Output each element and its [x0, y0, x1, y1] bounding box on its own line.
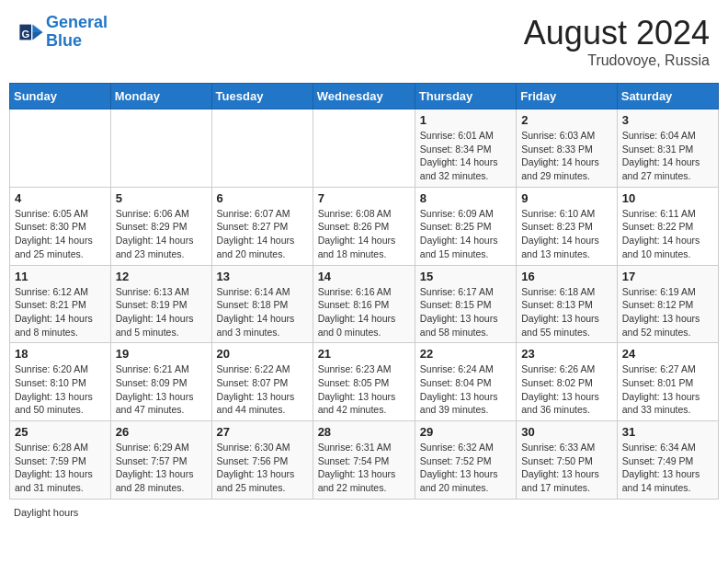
day-cell: 27Sunrise: 6:30 AMSunset: 7:56 PMDayligh…	[211, 421, 313, 500]
calendar-header-row: SundayMondayTuesdayWednesdayThursdayFrid…	[10, 84, 719, 109]
week-row-5: 25Sunrise: 6:28 AMSunset: 7:59 PMDayligh…	[10, 421, 719, 500]
day-cell	[10, 109, 111, 188]
day-cell: 8Sunrise: 6:09 AMSunset: 8:25 PMDaylight…	[415, 187, 516, 265]
day-info: Sunrise: 6:07 AMSunset: 8:27 PMDaylight:…	[217, 207, 308, 261]
header-tuesday: Tuesday	[211, 84, 313, 109]
day-number: 4	[15, 191, 106, 205]
day-info: Sunrise: 6:17 AMSunset: 8:15 PMDaylight:…	[420, 285, 511, 339]
day-info: Sunrise: 6:30 AMSunset: 7:56 PMDaylight:…	[217, 441, 308, 495]
day-info: Sunrise: 6:32 AMSunset: 7:52 PMDaylight:…	[420, 441, 511, 495]
day-cell: 15Sunrise: 6:17 AMSunset: 8:15 PMDayligh…	[415, 265, 516, 343]
day-cell: 1Sunrise: 6:01 AMSunset: 8:34 PMDaylight…	[415, 109, 516, 188]
day-cell: 26Sunrise: 6:29 AMSunset: 7:57 PMDayligh…	[110, 421, 211, 500]
day-number: 7	[318, 191, 410, 205]
day-number: 27	[217, 425, 308, 439]
logo-text: General Blue	[46, 14, 108, 51]
daylight-label: Daylight hours	[14, 507, 78, 518]
page-header: G General Blue August 2024 Trudovoye, Ru…	[9, 9, 719, 74]
day-info: Sunrise: 6:19 AMSunset: 8:12 PMDaylight:…	[622, 285, 713, 339]
day-number: 18	[15, 347, 106, 361]
day-cell: 30Sunrise: 6:33 AMSunset: 7:50 PMDayligh…	[517, 421, 618, 500]
day-info: Sunrise: 6:14 AMSunset: 8:18 PMDaylight:…	[217, 285, 308, 339]
day-number: 23	[521, 347, 612, 361]
logo: G General Blue	[18, 14, 108, 51]
day-info: Sunrise: 6:33 AMSunset: 7:50 PMDaylight:…	[521, 441, 612, 495]
day-number: 15	[420, 270, 511, 283]
day-number: 25	[15, 425, 106, 439]
week-row-2: 4Sunrise: 6:05 AMSunset: 8:30 PMDaylight…	[10, 187, 719, 265]
day-cell: 24Sunrise: 6:27 AMSunset: 8:01 PMDayligh…	[617, 343, 718, 421]
day-info: Sunrise: 6:08 AMSunset: 8:26 PMDaylight:…	[318, 207, 410, 261]
day-number: 29	[420, 425, 511, 439]
day-info: Sunrise: 6:26 AMSunset: 8:02 PMDaylight:…	[521, 362, 612, 417]
day-number: 21	[318, 347, 410, 361]
day-cell: 29Sunrise: 6:32 AMSunset: 7:52 PMDayligh…	[415, 421, 516, 500]
day-info: Sunrise: 6:20 AMSunset: 8:10 PMDaylight:…	[15, 362, 106, 417]
day-number: 3	[622, 113, 713, 127]
day-number: 6	[217, 191, 308, 205]
day-number: 10	[622, 191, 713, 205]
day-number: 13	[217, 270, 308, 283]
header-saturday: Saturday	[617, 84, 718, 109]
header-sunday: Sunday	[10, 84, 111, 109]
day-cell: 2Sunrise: 6:03 AMSunset: 8:33 PMDaylight…	[517, 109, 618, 188]
day-info: Sunrise: 6:18 AMSunset: 8:13 PMDaylight:…	[521, 285, 612, 339]
header-thursday: Thursday	[415, 84, 516, 109]
calendar-table: SundayMondayTuesdayWednesdayThursdayFrid…	[9, 83, 719, 500]
day-cell: 16Sunrise: 6:18 AMSunset: 8:13 PMDayligh…	[517, 265, 618, 343]
day-number: 17	[622, 270, 713, 283]
footer: Daylight hours	[9, 507, 719, 518]
day-cell	[110, 109, 211, 188]
day-cell: 21Sunrise: 6:23 AMSunset: 8:05 PMDayligh…	[313, 343, 415, 421]
day-cell: 13Sunrise: 6:14 AMSunset: 8:18 PMDayligh…	[211, 265, 313, 343]
day-info: Sunrise: 6:27 AMSunset: 8:01 PMDaylight:…	[622, 362, 713, 417]
day-number: 5	[116, 191, 207, 205]
day-number: 28	[318, 425, 410, 439]
header-wednesday: Wednesday	[313, 84, 415, 109]
logo-icon: G	[18, 19, 44, 45]
day-info: Sunrise: 6:09 AMSunset: 8:25 PMDaylight:…	[420, 207, 511, 261]
day-info: Sunrise: 6:04 AMSunset: 8:31 PMDaylight:…	[622, 129, 713, 183]
day-cell: 23Sunrise: 6:26 AMSunset: 8:02 PMDayligh…	[517, 343, 618, 421]
svg-text:G: G	[22, 28, 30, 39]
day-info: Sunrise: 6:12 AMSunset: 8:21 PMDaylight:…	[15, 285, 106, 339]
day-cell: 20Sunrise: 6:22 AMSunset: 8:07 PMDayligh…	[211, 343, 313, 421]
day-cell: 11Sunrise: 6:12 AMSunset: 8:21 PMDayligh…	[10, 265, 111, 343]
title-block: August 2024 Trudovoye, Russia	[524, 14, 710, 69]
day-cell: 3Sunrise: 6:04 AMSunset: 8:31 PMDaylight…	[617, 109, 718, 188]
header-monday: Monday	[110, 84, 211, 109]
day-number: 1	[420, 113, 511, 127]
day-number: 22	[420, 347, 511, 361]
day-number: 11	[15, 270, 106, 283]
day-info: Sunrise: 6:06 AMSunset: 8:29 PMDaylight:…	[116, 207, 207, 261]
day-info: Sunrise: 6:16 AMSunset: 8:16 PMDaylight:…	[318, 285, 410, 339]
day-number: 30	[521, 425, 612, 439]
day-cell: 12Sunrise: 6:13 AMSunset: 8:19 PMDayligh…	[110, 265, 211, 343]
day-cell: 4Sunrise: 6:05 AMSunset: 8:30 PMDaylight…	[10, 187, 111, 265]
day-number: 26	[116, 425, 207, 439]
day-info: Sunrise: 6:24 AMSunset: 8:04 PMDaylight:…	[420, 362, 511, 417]
week-row-4: 18Sunrise: 6:20 AMSunset: 8:10 PMDayligh…	[10, 343, 719, 421]
day-info: Sunrise: 6:13 AMSunset: 8:19 PMDaylight:…	[116, 285, 207, 339]
day-number: 19	[116, 347, 207, 361]
day-number: 12	[116, 270, 207, 283]
day-number: 16	[521, 270, 612, 283]
day-cell: 18Sunrise: 6:20 AMSunset: 8:10 PMDayligh…	[10, 343, 111, 421]
location-title: Trudovoye, Russia	[524, 52, 710, 69]
header-friday: Friday	[517, 84, 618, 109]
day-number: 31	[622, 425, 713, 439]
day-info: Sunrise: 6:10 AMSunset: 8:23 PMDaylight:…	[521, 207, 612, 261]
day-cell: 9Sunrise: 6:10 AMSunset: 8:23 PMDaylight…	[517, 187, 618, 265]
day-number: 8	[420, 191, 511, 205]
day-info: Sunrise: 6:23 AMSunset: 8:05 PMDaylight:…	[318, 362, 410, 417]
day-cell: 25Sunrise: 6:28 AMSunset: 7:59 PMDayligh…	[10, 421, 111, 500]
day-number: 9	[521, 191, 612, 205]
day-cell: 6Sunrise: 6:07 AMSunset: 8:27 PMDaylight…	[211, 187, 313, 265]
day-cell: 10Sunrise: 6:11 AMSunset: 8:22 PMDayligh…	[617, 187, 718, 265]
day-cell: 19Sunrise: 6:21 AMSunset: 8:09 PMDayligh…	[110, 343, 211, 421]
day-info: Sunrise: 6:03 AMSunset: 8:33 PMDaylight:…	[521, 129, 612, 183]
day-info: Sunrise: 6:31 AMSunset: 7:54 PMDaylight:…	[318, 441, 410, 495]
day-cell: 31Sunrise: 6:34 AMSunset: 7:49 PMDayligh…	[617, 421, 718, 500]
day-cell: 17Sunrise: 6:19 AMSunset: 8:12 PMDayligh…	[617, 265, 718, 343]
week-row-3: 11Sunrise: 6:12 AMSunset: 8:21 PMDayligh…	[10, 265, 719, 343]
